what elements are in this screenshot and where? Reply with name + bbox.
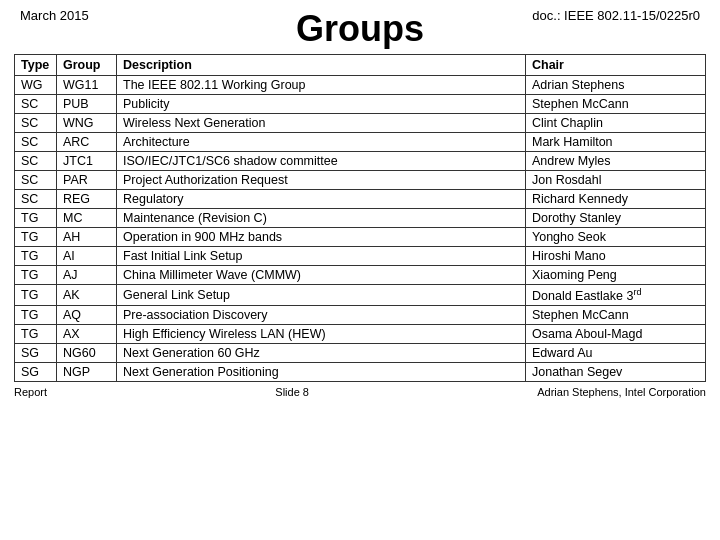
header-date: March 2015 (20, 8, 89, 23)
table-cell: Jon Rosdahl (526, 171, 706, 190)
table-row: WGWG11The IEEE 802.11 Working GroupAdria… (15, 76, 706, 95)
table-cell: Maintenance (Revision C) (117, 209, 526, 228)
table-container: Type Group Description Chair WGWG11The I… (0, 54, 720, 382)
table-cell: Andrew Myles (526, 152, 706, 171)
table-cell: Pre-association Discovery (117, 306, 526, 325)
table-cell: Next Generation 60 GHz (117, 344, 526, 363)
table-cell: PAR (57, 171, 117, 190)
table-cell: Stephen McCann (526, 306, 706, 325)
col-header-group: Group (57, 55, 117, 76)
col-header-description: Description (117, 55, 526, 76)
table-cell: NG60 (57, 344, 117, 363)
table-cell: Yongho Seok (526, 228, 706, 247)
table-body: WGWG11The IEEE 802.11 Working GroupAdria… (15, 76, 706, 382)
table-cell: Operation in 900 MHz bands (117, 228, 526, 247)
table-cell: TG (15, 247, 57, 266)
col-header-chair: Chair (526, 55, 706, 76)
footer-right: Adrian Stephens, Intel Corporation (537, 386, 706, 398)
table-cell: SG (15, 344, 57, 363)
table-row: TGAKGeneral Link SetupDonald Eastlake 3r… (15, 285, 706, 306)
table-cell: WG11 (57, 76, 117, 95)
table-cell: Regulatory (117, 190, 526, 209)
table-cell: TG (15, 209, 57, 228)
table-cell: SC (15, 133, 57, 152)
groups-table: Type Group Description Chair WGWG11The I… (14, 54, 706, 382)
table-cell: Clint Chaplin (526, 114, 706, 133)
table-cell: SG (15, 363, 57, 382)
table-cell: AQ (57, 306, 117, 325)
table-cell: NGP (57, 363, 117, 382)
table-row: SCWNGWireless Next GenerationClint Chapl… (15, 114, 706, 133)
table-cell: Stephen McCann (526, 95, 706, 114)
table-row: TGAJChina Millimeter Wave (CMMW)Xiaoming… (15, 266, 706, 285)
table-cell: Adrian Stephens (526, 76, 706, 95)
page-header: March 2015 Groups doc.: IEEE 802.11-15/0… (0, 0, 720, 54)
table-row: SCJTC1ISO/IEC/JTC1/SC6 shadow committeeA… (15, 152, 706, 171)
table-row: SGNGPNext Generation PositioningJonathan… (15, 363, 706, 382)
table-row: TGMCMaintenance (Revision C)Dorothy Stan… (15, 209, 706, 228)
table-cell: Jonathan Segev (526, 363, 706, 382)
header-doc: doc.: IEEE 802.11-15/0225r0 (532, 8, 700, 23)
table-cell: Project Authorization Request (117, 171, 526, 190)
table-cell: REG (57, 190, 117, 209)
table-cell: Richard Kennedy (526, 190, 706, 209)
table-cell: TG (15, 266, 57, 285)
table-cell: AJ (57, 266, 117, 285)
table-row: TGAHOperation in 900 MHz bandsYongho Seo… (15, 228, 706, 247)
table-cell: JTC1 (57, 152, 117, 171)
table-row: TGAIFast Initial Link SetupHiroshi Mano (15, 247, 706, 266)
table-cell: ARC (57, 133, 117, 152)
table-header-row: Type Group Description Chair (15, 55, 706, 76)
table-cell: Architecture (117, 133, 526, 152)
table-cell: High Efficiency Wireless LAN (HEW) (117, 325, 526, 344)
table-cell: TG (15, 285, 57, 306)
table-cell: SC (15, 114, 57, 133)
table-cell: Dorothy Stanley (526, 209, 706, 228)
table-cell: AH (57, 228, 117, 247)
table-cell: Xiaoming Peng (526, 266, 706, 285)
table-row: TGAXHigh Efficiency Wireless LAN (HEW)Os… (15, 325, 706, 344)
table-cell: TG (15, 306, 57, 325)
table-cell: TG (15, 228, 57, 247)
table-cell: Donald Eastlake 3rd (526, 285, 706, 306)
table-cell: SC (15, 190, 57, 209)
table-cell: WG (15, 76, 57, 95)
table-cell: PUB (57, 95, 117, 114)
table-cell: China Millimeter Wave (CMMW) (117, 266, 526, 285)
table-cell: Edward Au (526, 344, 706, 363)
table-cell: SC (15, 152, 57, 171)
table-row: SGNG60Next Generation 60 GHzEdward Au (15, 344, 706, 363)
table-cell: AK (57, 285, 117, 306)
table-cell: AI (57, 247, 117, 266)
col-header-type: Type (15, 55, 57, 76)
table-cell: Wireless Next Generation (117, 114, 526, 133)
table-cell: Fast Initial Link Setup (117, 247, 526, 266)
table-row: SCARCArchitectureMark Hamilton (15, 133, 706, 152)
header-title: Groups (296, 8, 424, 50)
table-cell: Publicity (117, 95, 526, 114)
table-cell: SC (15, 95, 57, 114)
table-cell: AX (57, 325, 117, 344)
table-cell: ISO/IEC/JTC1/SC6 shadow committee (117, 152, 526, 171)
table-cell: Hiroshi Mano (526, 247, 706, 266)
table-cell: WNG (57, 114, 117, 133)
table-cell: MC (57, 209, 117, 228)
footer-left: Report (14, 386, 47, 398)
table-cell: SC (15, 171, 57, 190)
table-cell: TG (15, 325, 57, 344)
footer-center: Slide 8 (275, 386, 309, 398)
table-cell: Mark Hamilton (526, 133, 706, 152)
table-row: SCPUBPublicityStephen McCann (15, 95, 706, 114)
table-cell: Next Generation Positioning (117, 363, 526, 382)
table-row: SCPARProject Authorization RequestJon Ro… (15, 171, 706, 190)
table-row: TGAQPre-association DiscoveryStephen McC… (15, 306, 706, 325)
table-cell: The IEEE 802.11 Working Group (117, 76, 526, 95)
page-footer: Report Slide 8 Adrian Stephens, Intel Co… (0, 382, 720, 398)
table-cell: General Link Setup (117, 285, 526, 306)
table-row: SCREGRegulatoryRichard Kennedy (15, 190, 706, 209)
table-cell: Osama Aboul-Magd (526, 325, 706, 344)
